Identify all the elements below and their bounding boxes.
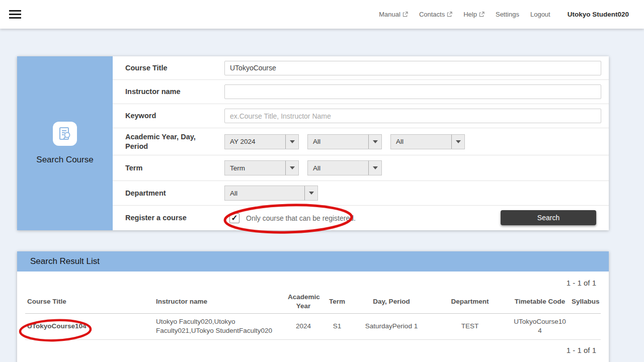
cell-term: S1 [321, 313, 353, 339]
register-checkbox-label: Only course that can be registered. [246, 214, 356, 222]
menu-icon[interactable] [9, 8, 22, 21]
nav-link-contacts[interactable]: Contacts [419, 11, 452, 18]
form-row-instructor: Instructor name [113, 80, 609, 104]
field-label: Instructor name [125, 87, 224, 96]
cell-course-title[interactable]: UTokyoCourse104 [25, 313, 154, 339]
search-button[interactable]: Search [501, 210, 596, 225]
column-header-instructor: Instructor name [154, 290, 286, 313]
register-checkbox[interactable] [229, 213, 239, 223]
term-value-select[interactable]: All [307, 160, 382, 175]
nav-link-label: Contacts [419, 11, 445, 18]
menu-bar [9, 14, 21, 15]
menu-bar [9, 17, 21, 19]
keyword-input[interactable] [224, 109, 601, 123]
selected-value: AY 2024 [225, 135, 285, 149]
column-header-timetable-code: Timetable Code [510, 290, 570, 313]
course-title-input[interactable] [224, 61, 601, 75]
cell-day-period: SaturdayPeriod 1 [353, 313, 430, 339]
column-header-syllabus: Syllabus [570, 290, 601, 313]
nav-link-label: Logout [530, 11, 550, 18]
table-header-row: Course Title Instructor name Academic Ye… [25, 290, 601, 313]
search-course-sidebar: Search Course [17, 56, 113, 230]
form-row-academic-year-day-period: Academic Year, Day, Period AY 2024 All A… [113, 128, 609, 155]
nav-link-help[interactable]: Help [463, 11, 485, 18]
form-row-department: Department All [113, 181, 609, 206]
table-row: UTokyoCourse104 Utokyo Faculty020,Utokyo… [25, 313, 601, 339]
form-row-term: Term Term All [113, 155, 609, 181]
selected-value: All [308, 161, 368, 175]
nav-link-settings[interactable]: Settings [496, 11, 519, 18]
nav-link-label: Settings [496, 11, 519, 18]
topbar: Manual Contacts Help Settings Logout Uto… [0, 0, 644, 29]
chevron-down-icon [304, 186, 317, 200]
cell-academic-year: 2024 [286, 313, 321, 339]
menu-bar [9, 10, 21, 12]
form-row-register: Register a course Only course that can b… [113, 206, 609, 230]
logged-in-username: Utokyo Student020 [568, 11, 629, 18]
field-label: Academic Year, Day, Period [125, 132, 224, 150]
search-course-panel: Search Course Course Title Instructor na… [17, 56, 609, 230]
selected-value: Term [225, 161, 285, 175]
chevron-down-icon [285, 135, 298, 149]
search-form: Course Title Instructor name Keyword Aca… [113, 56, 609, 230]
external-link-icon [403, 12, 408, 17]
nav-link-label: Help [463, 11, 477, 18]
field-label: Department [125, 189, 224, 198]
instructor-name-input[interactable] [224, 84, 601, 99]
column-header-department: Department [430, 290, 510, 313]
column-header-course-title: Course Title [25, 290, 154, 313]
field-label: Course Title [125, 63, 224, 72]
chevron-down-icon [285, 161, 298, 175]
search-course-icon [53, 122, 77, 146]
selected-value: All [391, 135, 451, 149]
search-result-panel: Search Result List 1 - 1 of 1 Course Tit… [17, 251, 609, 362]
selected-value: All [308, 135, 368, 149]
column-header-day-period: Day, Period [353, 290, 430, 313]
external-link-icon [479, 12, 485, 17]
column-header-academic-year: Academic Year [286, 290, 321, 313]
column-header-term: Term [321, 290, 353, 313]
day-select[interactable]: All [307, 134, 382, 149]
nav-link-label: Manual [379, 11, 400, 18]
top-navigation: Manual Contacts Help Settings Logout Uto… [379, 11, 644, 18]
cell-instructor: Utokyo Faculty020,Utokyo Faculty021,UTok… [154, 313, 286, 339]
chevron-down-icon [451, 135, 464, 149]
external-link-icon [447, 12, 452, 17]
selected-value: All [225, 186, 304, 200]
department-select[interactable]: All [224, 186, 318, 201]
results-table: Course Title Instructor name Academic Ye… [25, 290, 601, 340]
search-result-header: Search Result List [17, 251, 609, 272]
term-type-select[interactable]: Term [224, 160, 299, 175]
nav-link-logout[interactable]: Logout [530, 11, 550, 18]
cell-department: TEST [430, 313, 510, 339]
chevron-down-icon [368, 135, 381, 149]
form-row-course-title: Course Title [113, 56, 609, 80]
search-result-title: Search Result List [30, 256, 100, 266]
search-result-body: 1 - 1 of 1 Course Title Instructor name … [17, 272, 609, 354]
field-label: Keyword [125, 111, 224, 120]
nav-link-manual[interactable]: Manual [379, 11, 408, 18]
panel-title: Search Course [36, 155, 93, 165]
cell-timetable-code: UTokyoCourse104 [510, 313, 570, 339]
pagination-bottom: 1 - 1 of 1 [25, 346, 596, 354]
field-label: Term [125, 163, 224, 172]
period-select[interactable]: All [390, 134, 465, 149]
field-label: Register a course [125, 213, 224, 222]
academic-year-select[interactable]: AY 2024 [224, 134, 299, 149]
cell-syllabus [570, 313, 601, 339]
pagination-top: 1 - 1 of 1 [25, 279, 596, 287]
chevron-down-icon [368, 161, 381, 175]
form-row-keyword: Keyword [113, 104, 609, 128]
